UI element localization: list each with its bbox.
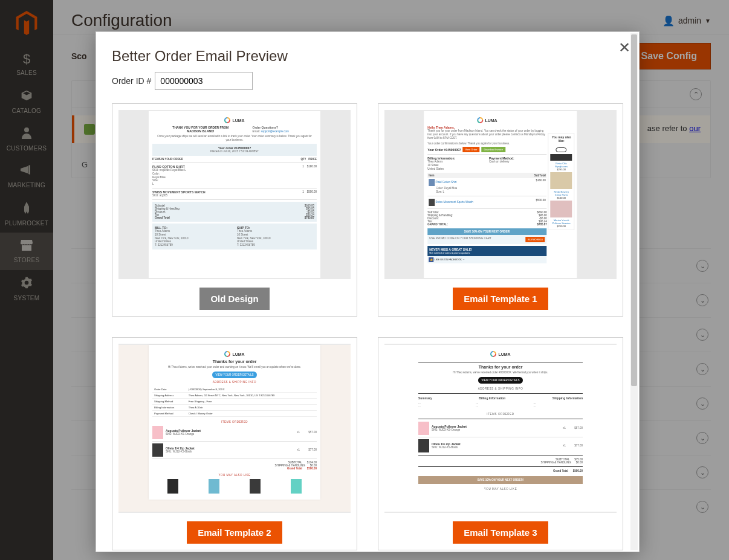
template-card-email-3: LUMA Thanks for your order Hi Theo Adams… bbox=[378, 337, 623, 550]
email-template-2-button[interactable]: Email Template 2 bbox=[187, 521, 282, 544]
email-preview-modal: ✕ Better Order Email Preview Order ID # … bbox=[96, 31, 640, 552]
template-card-email-2: LUMA Thanks for your order Hi Theo Adams… bbox=[112, 337, 357, 550]
order-id-label: Order ID # bbox=[112, 76, 151, 86]
modal-scrollbar[interactable] bbox=[630, 33, 638, 550]
template-card-old-design: LUMA THANK YOU FOR YOUR ORDER FROM MADIS… bbox=[112, 103, 357, 317]
template-card-email-1: LUMA Hello Theo Adams, Thank you for you… bbox=[378, 103, 623, 317]
email-template-1-button[interactable]: Email Template 1 bbox=[453, 288, 548, 310]
order-id-input[interactable] bbox=[155, 72, 253, 90]
template-thumbnail[interactable]: LUMA Thanks for your order Hi Theo Adams… bbox=[384, 344, 617, 513]
close-button[interactable]: ✕ bbox=[618, 40, 630, 55]
scrollbar-thumb[interactable] bbox=[631, 34, 637, 386]
modal-title: Better Order Email Preview bbox=[112, 48, 623, 65]
template-thumbnail[interactable]: LUMA Thanks for your order Hi Theo Adams… bbox=[118, 344, 351, 513]
old-design-button[interactable]: Old Design bbox=[199, 288, 269, 310]
template-thumbnail[interactable]: LUMA Hello Theo Adams, Thank you for you… bbox=[384, 110, 617, 279]
email-template-3-button[interactable]: Email Template 3 bbox=[453, 521, 548, 544]
close-icon: ✕ bbox=[618, 39, 630, 56]
template-thumbnail[interactable]: LUMA THANK YOU FOR YOUR ORDER FROM MADIS… bbox=[118, 110, 351, 279]
